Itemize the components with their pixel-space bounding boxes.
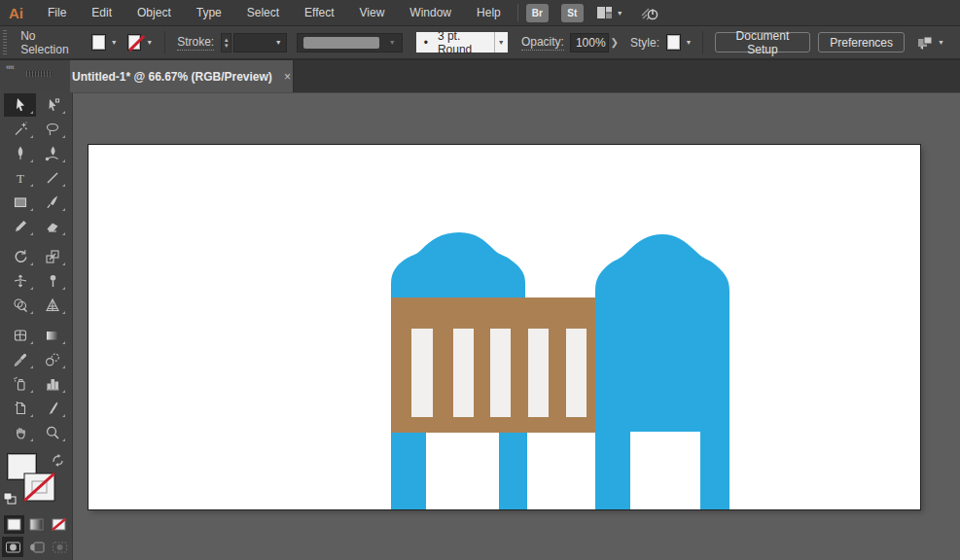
crib-slat[interactable] — [490, 329, 511, 417]
crib-slat[interactable] — [453, 329, 474, 417]
crib-leg[interactable] — [700, 431, 729, 509]
stroke-dropdown-chevron-icon[interactable]: ▼ — [146, 39, 153, 46]
tool-width[interactable] — [4, 269, 36, 293]
menu-select[interactable]: Select — [234, 0, 292, 25]
control-bar-grip[interactable] — [3, 30, 7, 55]
menu-file[interactable]: File — [35, 0, 79, 25]
crib-slat[interactable] — [528, 329, 549, 417]
width-tool-icon — [13, 273, 28, 289]
tool-pen[interactable] — [4, 142, 36, 165]
stock-button[interactable]: St — [561, 4, 584, 22]
document-tab-bar: «« Untitled-1* @ 66.67% (RGB/Preview) × — [0, 60, 960, 92]
tool-perspective-grid[interactable] — [36, 294, 68, 317]
artboard[interactable] — [89, 145, 920, 509]
tool-paintbrush[interactable] — [36, 191, 68, 214]
rectangle-tool-icon — [13, 194, 28, 210]
menu-object[interactable]: Object — [124, 0, 184, 25]
tool-magic-wand[interactable] — [4, 118, 36, 141]
collapse-panel-button[interactable]: «« — [6, 62, 14, 72]
tool-artboard[interactable] — [4, 397, 36, 420]
opacity-spinner-icon[interactable]: ❯ — [611, 37, 619, 48]
style-dropdown-chevron-icon[interactable]: ▼ — [686, 39, 693, 46]
stepper-down-icon[interactable]: ▼ — [224, 43, 230, 49]
menu-effect[interactable]: Effect — [292, 0, 346, 25]
menu-help[interactable]: Help — [464, 0, 514, 25]
tool-puppet-warp[interactable] — [36, 269, 68, 293]
gradient-button[interactable] — [26, 515, 47, 534]
document-setup-button[interactable]: Document Setup — [715, 32, 811, 52]
stroke-proxy-swatch[interactable] — [23, 472, 55, 502]
close-tab-icon[interactable]: × — [284, 70, 291, 84]
tool-column-graph[interactable] — [36, 372, 68, 396]
tool-gradient[interactable] — [36, 324, 68, 347]
tool-rectangle[interactable] — [4, 191, 36, 214]
draw-inside-button[interactable] — [49, 537, 70, 557]
tool-symbol-sprayer[interactable] — [4, 372, 36, 396]
preferences-button[interactable]: Preferences — [818, 32, 905, 52]
blend-tool-icon — [45, 352, 60, 368]
tool-scale[interactable] — [36, 245, 68, 268]
menu-bar: Ai File Edit Object Type Select Effect V… — [0, 0, 960, 26]
crib-illustration[interactable] — [89, 145, 920, 509]
crib-leg[interactable] — [499, 431, 527, 509]
stroke-color-swatch[interactable] — [127, 34, 142, 51]
curvature-tool-icon — [45, 146, 60, 161]
brush-dropdown-chevron-icon[interactable]: ▼ — [494, 32, 508, 52]
fill-dropdown-chevron-icon[interactable]: ▼ — [111, 39, 118, 46]
variable-width-profile-dropdown[interactable]: ▼ — [297, 33, 403, 52]
tool-direct-selection[interactable] — [36, 93, 68, 117]
tool-zoom[interactable] — [36, 421, 68, 444]
stroke-width-dropdown[interactable]: ▼ — [233, 33, 286, 52]
arrange-documents-button[interactable]: ▼ — [916, 35, 944, 51]
crib-leg[interactable] — [595, 431, 630, 509]
crib-left-headboard[interactable] — [391, 232, 525, 298]
document-tab[interactable]: Untitled-1* @ 66.67% (RGB/Preview) × — [70, 60, 294, 92]
bridge-button[interactable]: Br — [526, 4, 549, 22]
stroke-panel-link[interactable]: Stroke: — [177, 35, 214, 51]
width-profile-preview — [303, 37, 379, 49]
crib-slat[interactable] — [566, 329, 587, 417]
tool-curvature[interactable] — [36, 142, 68, 165]
pasteboard[interactable] — [74, 92, 960, 560]
tool-shape-builder[interactable] — [4, 294, 36, 317]
menu-view[interactable]: View — [347, 0, 398, 25]
tool-eraser[interactable] — [36, 215, 68, 238]
swap-fill-stroke-icon[interactable] — [51, 453, 66, 467]
style-swatch[interactable] — [666, 34, 681, 51]
crib-right-headboard[interactable] — [595, 234, 729, 432]
fill-color-swatch[interactable] — [91, 34, 106, 51]
opacity-panel-link[interactable]: Opacity: — [521, 35, 564, 51]
draw-normal-button[interactable] — [2, 537, 23, 557]
control-divider — [702, 31, 703, 54]
brush-definition-dropdown[interactable]: • 3 pt. Round — [416, 32, 494, 52]
tool-rotate[interactable] — [4, 245, 36, 268]
default-fill-stroke-icon[interactable] — [3, 492, 17, 505]
panel-drag-grip[interactable] — [26, 71, 52, 77]
tool-eyedropper[interactable] — [4, 348, 36, 371]
tool-lasso[interactable] — [36, 118, 68, 141]
draw-behind-button[interactable] — [25, 537, 47, 557]
symbol-sprayer-tool-icon — [13, 376, 28, 392]
menu-window[interactable]: Window — [397, 0, 464, 25]
workspace-switcher[interactable]: ▼ — [596, 5, 623, 20]
gpu-performance-indicator[interactable] — [639, 4, 660, 22]
style-label: Style: — [630, 36, 659, 50]
menu-type[interactable]: Type — [184, 0, 234, 25]
tool-type[interactable]: T — [4, 166, 36, 190]
tool-line-segment[interactable] — [36, 166, 68, 190]
tool-slice[interactable] — [36, 397, 68, 420]
tool-hand[interactable] — [4, 421, 36, 444]
fill-stroke-indicator — [0, 451, 72, 511]
menu-edit[interactable]: Edit — [79, 0, 124, 25]
tool-panel-header: «« — [0, 60, 73, 92]
color-button[interactable] — [4, 515, 24, 534]
tool-pencil[interactable] — [4, 215, 36, 238]
tool-blend[interactable] — [36, 348, 68, 371]
tool-selection[interactable] — [4, 93, 36, 117]
tool-mesh[interactable] — [4, 324, 36, 347]
none-button[interactable] — [49, 515, 69, 534]
opacity-input[interactable]: 100% — [570, 33, 609, 52]
stroke-width-stepper[interactable]: ▲▼ — [221, 33, 231, 52]
crib-slat[interactable] — [411, 329, 433, 417]
crib-leg[interactable] — [391, 431, 426, 509]
